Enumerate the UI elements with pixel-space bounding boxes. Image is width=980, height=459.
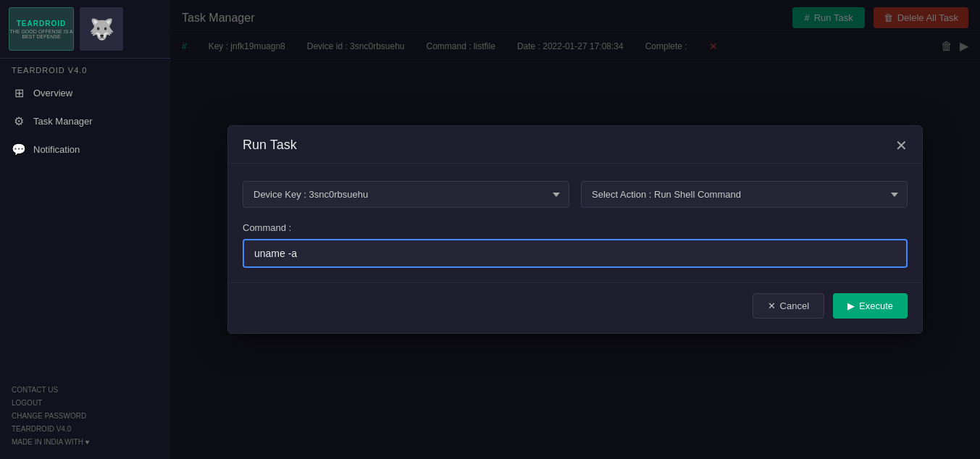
execute-label: Execute (859, 300, 893, 311)
footer-change-password[interactable]: CHANGE PASSWORD (12, 410, 159, 423)
brand-tagline: THE GOOD OFFENSE IS A BEST DEFENSE (9, 29, 73, 39)
run-task-modal: Run Task ✕ Device Key : 3snc0rbsuehu Sel… (227, 125, 923, 334)
command-section: Command : (243, 222, 908, 268)
footer-contact[interactable]: CONTACT US (12, 384, 159, 397)
sidebar-item-label-overview: Overview (33, 88, 72, 98)
modal-header: Run Task ✕ (228, 126, 922, 164)
footer-version: TEARDROID V4.0 (12, 423, 159, 436)
sidebar-footer: CONTACT US LOGOUT CHANGE PASSWORD TEARDR… (0, 374, 170, 459)
command-input[interactable] (243, 239, 908, 268)
modal-body: Device Key : 3snc0rbsuehu Select Action … (228, 164, 922, 282)
version-label: TEARDROID V4.0 (0, 59, 170, 79)
sidebar-item-label-task-manager: Task Manager (33, 116, 93, 127)
notification-icon: 💬 (12, 143, 26, 156)
wolf-logo: 🐺 (80, 7, 123, 51)
execute-play-icon: ▶ (847, 300, 855, 311)
modal-footer: ✕ Cancel ▶ Execute (228, 282, 922, 333)
footer-made-in: MADE IN INDIA WITH ♥ (12, 436, 159, 449)
sidebar-item-label-notification: Notification (33, 144, 80, 155)
sidebar-logo-area: TEARDROID THE GOOD OFFENSE IS A BEST DEF… (0, 0, 170, 59)
command-label: Command : (243, 222, 908, 233)
modal-selects-row: Device Key : 3snc0rbsuehu Select Action … (243, 181, 908, 208)
footer-logout[interactable]: LOGOUT (12, 397, 159, 410)
modal-title: Run Task (243, 138, 297, 153)
brand-name: TEARDROID (17, 20, 66, 28)
sidebar-item-overview[interactable]: ⊞ Overview (0, 79, 170, 107)
task-manager-icon: ⚙ (12, 114, 26, 128)
sidebar-item-notification[interactable]: 💬 Notification (0, 135, 170, 164)
modal-overlay: Run Task ✕ Device Key : 3snc0rbsuehu Sel… (170, 0, 980, 459)
cancel-label: Cancel (780, 300, 809, 311)
modal-close-button[interactable]: ✕ (895, 138, 908, 153)
brand-logo: TEARDROID THE GOOD OFFENSE IS A BEST DEF… (9, 7, 74, 51)
action-select[interactable]: Select Action : Run Shell CommandList Fi… (581, 181, 908, 208)
device-key-select[interactable]: Device Key : 3snc0rbsuehu (243, 181, 569, 208)
main-content: Task Manager # Run Task 🗑 Delele All Tas… (170, 0, 980, 459)
execute-button[interactable]: ▶ Execute (833, 293, 908, 319)
cancel-x-icon: ✕ (768, 300, 776, 311)
sidebar-item-task-manager[interactable]: ⚙ Task Manager (0, 107, 170, 135)
cancel-button[interactable]: ✕ Cancel (753, 293, 824, 319)
overview-icon: ⊞ (12, 86, 26, 100)
sidebar: TEARDROID THE GOOD OFFENSE IS A BEST DEF… (0, 0, 170, 459)
